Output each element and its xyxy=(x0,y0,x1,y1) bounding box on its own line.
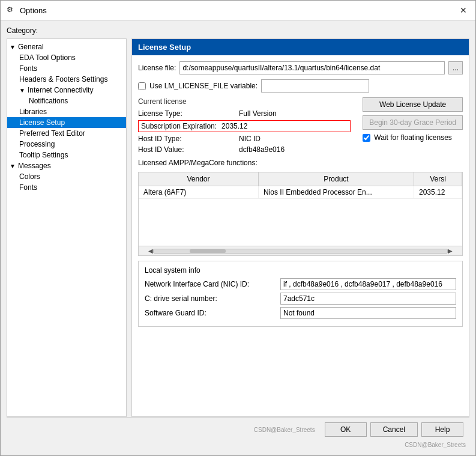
scrollbar-thumb[interactable] xyxy=(190,249,226,253)
sidebar-item-internet-connectivity[interactable]: ▼Internet Connectivity xyxy=(7,85,126,96)
col-version: Versi xyxy=(414,172,462,186)
cell-vendor: Altera (6AF7) xyxy=(139,186,259,198)
content-body: License file: ... Use LM_LICENSE_FILE va… xyxy=(132,55,469,416)
sidebar-item-messages[interactable]: ▼Messages xyxy=(7,160,126,171)
window-icon: ⚙ xyxy=(7,5,16,15)
browse-button[interactable]: ... xyxy=(448,61,463,74)
host-id-type-label: Host ID Type: xyxy=(138,135,234,143)
sidebar-item-headers-footers[interactable]: Headers & Footers Settings xyxy=(7,74,126,85)
help-button[interactable]: Help xyxy=(421,422,463,437)
license-type-value: Full Version xyxy=(239,109,351,118)
host-id-type-value: NIC ID xyxy=(239,135,351,143)
web-license-button[interactable]: Web License Update xyxy=(363,97,463,112)
table-header: Vendor Product Versi xyxy=(139,172,462,186)
right-buttons: Web License Update Begin 30-day Grace Pe… xyxy=(363,97,463,154)
ok-button[interactable]: OK xyxy=(325,422,367,437)
table-row[interactable]: Altera (6AF7) Nios II Embedded Processor… xyxy=(139,186,462,199)
nic-id-row: Network Interface Card (NIC) ID: xyxy=(145,278,456,290)
expand-icon: ▼ xyxy=(10,44,17,50)
subscription-label: Subscription Expiration: xyxy=(141,122,217,130)
license-file-input[interactable] xyxy=(179,61,445,74)
host-id-value: dcfb48a9e016 xyxy=(239,145,351,154)
sidebar-item-eda-tool-options[interactable]: EDA Tool Options xyxy=(7,52,126,63)
sidebar-item-processing[interactable]: Processing xyxy=(7,139,126,150)
content-panel: License Setup License file: ... Use LM_L… xyxy=(131,38,469,417)
horizontal-scrollbar[interactable]: ◀ ▶ xyxy=(139,246,462,255)
nic-id-input[interactable] xyxy=(280,278,456,290)
software-guard-input[interactable] xyxy=(280,307,456,319)
use-lm-checkbox[interactable] xyxy=(138,82,146,90)
dialog-body: Category: ▼General EDA Tool Options Font… xyxy=(1,20,475,455)
sidebar-item-fonts-general[interactable]: Fonts xyxy=(7,63,126,74)
license-info-left: Current license License Type: Full Versi… xyxy=(138,97,351,154)
main-area: ▼General EDA Tool Options Fonts Headers … xyxy=(7,38,469,417)
col-product: Product xyxy=(259,172,414,186)
expand-icon: ▼ xyxy=(10,163,17,169)
cell-product: Nios II Embedded Processor En... xyxy=(259,186,414,198)
local-system-title: Local system info xyxy=(145,266,456,275)
current-license-area: Current license License Type: Full Versi… xyxy=(138,97,463,154)
watermark-text: CSDN@Baker_Streets xyxy=(7,442,469,449)
host-id-value-label: Host ID Value: xyxy=(138,145,234,154)
use-lm-input[interactable] xyxy=(261,79,369,93)
drive-serial-label: C: drive serial number: xyxy=(145,294,277,303)
scroll-right-icon[interactable]: ▶ xyxy=(448,248,453,254)
tree-panel: ▼General EDA Tool Options Fonts Headers … xyxy=(7,38,127,417)
software-guard-label: Software Guard ID: xyxy=(145,309,277,317)
current-license-title: Current license xyxy=(138,97,351,106)
use-lm-row: Use LM_LICENSE_FILE variable: xyxy=(138,79,463,93)
table-body: Altera (6AF7) Nios II Embedded Processor… xyxy=(139,186,462,246)
wait-floating-row: Wait for floating licenses xyxy=(363,133,463,142)
bottom-buttons: CSDN@Baker_Streets OK Cancel Help xyxy=(7,417,469,442)
scrollbar-track[interactable] xyxy=(153,249,448,254)
subscription-value: 2035.12 xyxy=(221,122,247,130)
sidebar-item-license-setup[interactable]: License Setup xyxy=(7,117,126,128)
col-vendor: Vendor xyxy=(139,172,259,186)
sidebar-item-preferred-text-editor[interactable]: Preferred Text Editor xyxy=(7,128,126,139)
nic-id-label: Network Interface Card (NIC) ID: xyxy=(145,280,277,288)
category-label: Category: xyxy=(7,26,469,35)
sidebar-item-libraries[interactable]: Libraries xyxy=(7,106,126,117)
licensed-functions-table: Vendor Product Versi Altera (6AF7) Nios … xyxy=(138,172,463,256)
sidebar-item-fonts-messages[interactable]: Fonts xyxy=(7,182,126,193)
title-bar: ⚙ Options ✕ xyxy=(1,1,475,20)
window-title: Options xyxy=(20,6,457,15)
software-guard-row: Software Guard ID: xyxy=(145,307,456,319)
drive-serial-row: C: drive serial number: xyxy=(145,293,456,305)
options-dialog: ⚙ Options ✕ Category: ▼General EDA Tool … xyxy=(0,0,476,456)
watermark: CSDN@Baker_Streets xyxy=(13,422,321,437)
license-grid: License Type: Full Version Subscription … xyxy=(138,109,351,154)
content-header: License Setup xyxy=(132,39,469,55)
expand-icon: ▼ xyxy=(19,87,26,94)
cell-version: 2035.12 xyxy=(414,186,462,198)
subscription-combined: Subscription Expiration:2035.12 xyxy=(138,120,351,132)
license-type-label: License Type: xyxy=(138,109,234,118)
local-system-section: Local system info Network Interface Card… xyxy=(138,261,463,327)
close-button[interactable]: ✕ xyxy=(457,5,469,15)
wait-floating-checkbox[interactable] xyxy=(363,134,370,142)
wait-floating-label: Wait for floating licenses xyxy=(374,133,452,142)
cancel-button[interactable]: Cancel xyxy=(370,422,418,437)
sidebar-item-colors[interactable]: Colors xyxy=(7,171,126,182)
license-file-row: License file: ... xyxy=(138,61,463,74)
use-lm-label: Use LM_LICENSE_FILE variable: xyxy=(149,82,258,90)
grace-period-button[interactable]: Begin 30-day Grace Period xyxy=(363,115,463,130)
sidebar-item-tooltip-settings[interactable]: Tooltip Settings xyxy=(7,150,126,160)
drive-serial-input[interactable] xyxy=(280,293,456,305)
sidebar-item-notifications[interactable]: Notifications xyxy=(7,96,126,106)
license-file-label: License file: xyxy=(138,64,176,72)
table-title: Licensed AMPP/MegaCore functions: xyxy=(138,159,463,167)
scroll-left-icon[interactable]: ◀ xyxy=(148,248,153,254)
sidebar-item-general[interactable]: ▼General xyxy=(7,41,126,52)
